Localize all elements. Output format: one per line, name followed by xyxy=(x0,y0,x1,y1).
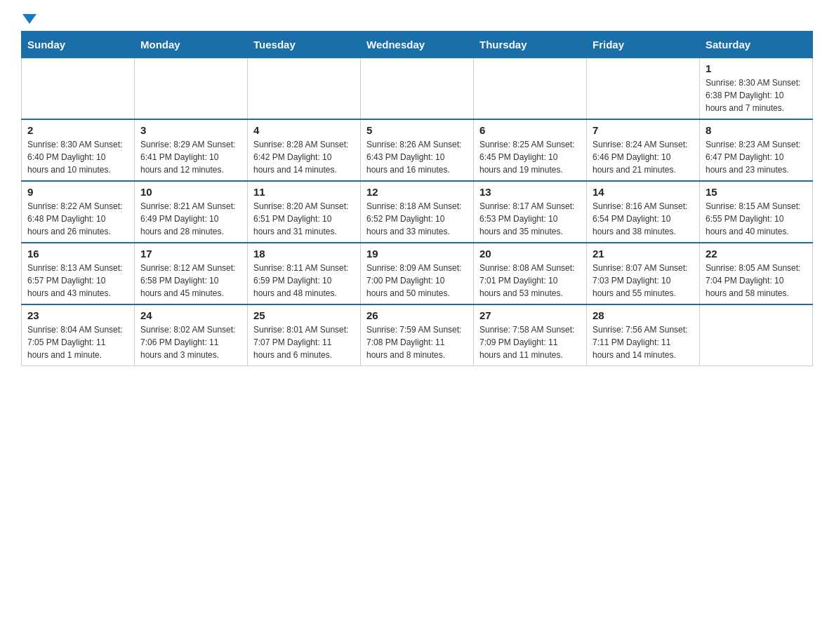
day-number: 9 xyxy=(27,186,128,198)
day-info: Sunrise: 8:25 AM Sunset: 6:45 PM Dayligh… xyxy=(479,138,581,176)
day-info: Sunrise: 8:09 AM Sunset: 7:00 PM Dayligh… xyxy=(366,262,468,300)
calendar-day-cell xyxy=(587,58,700,120)
calendar-header: SundayMondayTuesdayWednesdayThursdayFrid… xyxy=(22,32,813,58)
day-info: Sunrise: 8:01 AM Sunset: 7:07 PM Dayligh… xyxy=(253,323,355,361)
day-info: Sunrise: 8:04 AM Sunset: 7:05 PM Dayligh… xyxy=(27,323,128,361)
day-of-week-header: Monday xyxy=(135,32,248,58)
day-info: Sunrise: 8:11 AM Sunset: 6:59 PM Dayligh… xyxy=(253,262,355,300)
calendar-day-cell: 21Sunrise: 8:07 AM Sunset: 7:03 PM Dayli… xyxy=(587,243,700,304)
calendar-week-row: 16Sunrise: 8:13 AM Sunset: 6:57 PM Dayli… xyxy=(22,243,813,304)
day-number: 12 xyxy=(366,186,468,198)
day-info: Sunrise: 7:56 AM Sunset: 7:11 PM Dayligh… xyxy=(593,323,694,361)
calendar-day-cell: 1Sunrise: 8:30 AM Sunset: 6:38 PM Daylig… xyxy=(700,58,813,120)
day-number: 8 xyxy=(706,124,807,136)
day-info: Sunrise: 8:13 AM Sunset: 6:57 PM Dayligh… xyxy=(27,262,128,300)
logo-arrow-icon xyxy=(22,14,37,24)
day-info: Sunrise: 8:30 AM Sunset: 6:38 PM Dayligh… xyxy=(706,76,807,114)
day-number: 6 xyxy=(479,124,581,136)
calendar-day-cell: 4Sunrise: 8:28 AM Sunset: 6:42 PM Daylig… xyxy=(248,119,361,181)
calendar-day-cell: 23Sunrise: 8:04 AM Sunset: 7:05 PM Dayli… xyxy=(22,304,135,366)
day-of-week-header: Friday xyxy=(587,32,700,58)
calendar-day-cell: 18Sunrise: 8:11 AM Sunset: 6:59 PM Dayli… xyxy=(248,243,361,304)
day-number: 19 xyxy=(366,248,468,260)
calendar-day-cell: 12Sunrise: 8:18 AM Sunset: 6:52 PM Dayli… xyxy=(361,181,474,243)
page-header xyxy=(21,14,813,24)
day-of-week-header: Tuesday xyxy=(248,32,361,58)
calendar-day-cell: 11Sunrise: 8:20 AM Sunset: 6:51 PM Dayli… xyxy=(248,181,361,243)
day-number: 15 xyxy=(706,186,807,198)
day-number: 17 xyxy=(140,248,241,260)
day-of-week-header: Saturday xyxy=(700,32,813,58)
calendar-week-row: 23Sunrise: 8:04 AM Sunset: 7:05 PM Dayli… xyxy=(22,304,813,366)
calendar-day-cell: 9Sunrise: 8:22 AM Sunset: 6:48 PM Daylig… xyxy=(22,181,135,243)
day-number: 25 xyxy=(253,309,355,321)
day-info: Sunrise: 8:30 AM Sunset: 6:40 PM Dayligh… xyxy=(27,138,128,176)
day-info: Sunrise: 7:58 AM Sunset: 7:09 PM Dayligh… xyxy=(479,323,581,361)
day-number: 24 xyxy=(140,309,241,321)
calendar-table: SundayMondayTuesdayWednesdayThursdayFrid… xyxy=(21,31,813,366)
day-of-week-header: Sunday xyxy=(22,32,135,58)
day-info: Sunrise: 8:17 AM Sunset: 6:53 PM Dayligh… xyxy=(479,200,581,238)
calendar-day-cell: 10Sunrise: 8:21 AM Sunset: 6:49 PM Dayli… xyxy=(135,181,248,243)
day-info: Sunrise: 8:12 AM Sunset: 6:58 PM Dayligh… xyxy=(140,262,241,300)
day-number: 1 xyxy=(706,62,807,74)
day-info: Sunrise: 8:02 AM Sunset: 7:06 PM Dayligh… xyxy=(140,323,241,361)
calendar-day-cell: 6Sunrise: 8:25 AM Sunset: 6:45 PM Daylig… xyxy=(474,119,587,181)
calendar-day-cell: 14Sunrise: 8:16 AM Sunset: 6:54 PM Dayli… xyxy=(587,181,700,243)
day-info: Sunrise: 8:26 AM Sunset: 6:43 PM Dayligh… xyxy=(366,138,468,176)
day-number: 5 xyxy=(366,124,468,136)
calendar-day-cell: 7Sunrise: 8:24 AM Sunset: 6:46 PM Daylig… xyxy=(587,119,700,181)
calendar-day-cell: 3Sunrise: 8:29 AM Sunset: 6:41 PM Daylig… xyxy=(135,119,248,181)
header-row: SundayMondayTuesdayWednesdayThursdayFrid… xyxy=(22,32,813,58)
day-number: 4 xyxy=(253,124,355,136)
day-number: 2 xyxy=(27,124,128,136)
day-info: Sunrise: 8:20 AM Sunset: 6:51 PM Dayligh… xyxy=(253,200,355,238)
day-info: Sunrise: 8:08 AM Sunset: 7:01 PM Dayligh… xyxy=(479,262,581,300)
day-number: 14 xyxy=(593,186,694,198)
day-info: Sunrise: 8:16 AM Sunset: 6:54 PM Dayligh… xyxy=(593,200,694,238)
calendar-day-cell: 8Sunrise: 8:23 AM Sunset: 6:47 PM Daylig… xyxy=(700,119,813,181)
day-info: Sunrise: 7:59 AM Sunset: 7:08 PM Dayligh… xyxy=(366,323,468,361)
calendar-day-cell xyxy=(248,58,361,120)
day-info: Sunrise: 8:18 AM Sunset: 6:52 PM Dayligh… xyxy=(366,200,468,238)
calendar-day-cell: 27Sunrise: 7:58 AM Sunset: 7:09 PM Dayli… xyxy=(474,304,587,366)
calendar-body: 1Sunrise: 8:30 AM Sunset: 6:38 PM Daylig… xyxy=(22,58,813,366)
day-number: 21 xyxy=(593,248,694,260)
calendar-day-cell: 5Sunrise: 8:26 AM Sunset: 6:43 PM Daylig… xyxy=(361,119,474,181)
logo xyxy=(21,14,38,24)
day-number: 13 xyxy=(479,186,581,198)
calendar-day-cell: 20Sunrise: 8:08 AM Sunset: 7:01 PM Dayli… xyxy=(474,243,587,304)
day-number: 3 xyxy=(140,124,241,136)
calendar-day-cell xyxy=(700,304,813,366)
day-info: Sunrise: 8:15 AM Sunset: 6:55 PM Dayligh… xyxy=(706,200,807,238)
day-info: Sunrise: 8:29 AM Sunset: 6:41 PM Dayligh… xyxy=(140,138,241,176)
day-info: Sunrise: 8:07 AM Sunset: 7:03 PM Dayligh… xyxy=(593,262,694,300)
day-number: 16 xyxy=(27,248,128,260)
day-number: 23 xyxy=(27,309,128,321)
day-info: Sunrise: 8:22 AM Sunset: 6:48 PM Dayligh… xyxy=(27,200,128,238)
calendar-day-cell: 19Sunrise: 8:09 AM Sunset: 7:00 PM Dayli… xyxy=(361,243,474,304)
day-number: 26 xyxy=(366,309,468,321)
calendar-day-cell: 28Sunrise: 7:56 AM Sunset: 7:11 PM Dayli… xyxy=(587,304,700,366)
calendar-day-cell: 17Sunrise: 8:12 AM Sunset: 6:58 PM Dayli… xyxy=(135,243,248,304)
calendar-day-cell xyxy=(361,58,474,120)
day-of-week-header: Wednesday xyxy=(361,32,474,58)
day-number: 10 xyxy=(140,186,241,198)
calendar-day-cell: 2Sunrise: 8:30 AM Sunset: 6:40 PM Daylig… xyxy=(22,119,135,181)
calendar-day-cell xyxy=(22,58,135,120)
calendar-day-cell: 26Sunrise: 7:59 AM Sunset: 7:08 PM Dayli… xyxy=(361,304,474,366)
day-number: 28 xyxy=(593,309,694,321)
calendar-week-row: 9Sunrise: 8:22 AM Sunset: 6:48 PM Daylig… xyxy=(22,181,813,243)
calendar-week-row: 1Sunrise: 8:30 AM Sunset: 6:38 PM Daylig… xyxy=(22,58,813,120)
calendar-day-cell: 13Sunrise: 8:17 AM Sunset: 6:53 PM Dayli… xyxy=(474,181,587,243)
day-info: Sunrise: 8:05 AM Sunset: 7:04 PM Dayligh… xyxy=(706,262,807,300)
calendar-day-cell xyxy=(474,58,587,120)
calendar-day-cell: 25Sunrise: 8:01 AM Sunset: 7:07 PM Dayli… xyxy=(248,304,361,366)
day-info: Sunrise: 8:21 AM Sunset: 6:49 PM Dayligh… xyxy=(140,200,241,238)
calendar-week-row: 2Sunrise: 8:30 AM Sunset: 6:40 PM Daylig… xyxy=(22,119,813,181)
day-number: 11 xyxy=(253,186,355,198)
day-info: Sunrise: 8:28 AM Sunset: 6:42 PM Dayligh… xyxy=(253,138,355,176)
calendar-day-cell: 22Sunrise: 8:05 AM Sunset: 7:04 PM Dayli… xyxy=(700,243,813,304)
calendar-day-cell xyxy=(135,58,248,120)
day-number: 20 xyxy=(479,248,581,260)
